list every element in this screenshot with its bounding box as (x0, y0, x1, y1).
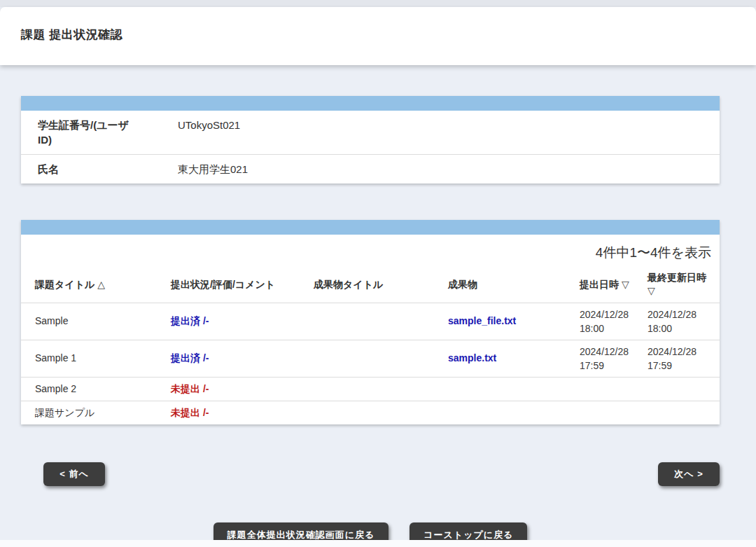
student-name-row: 氏名 東大用学生021 (21, 154, 720, 184)
status-cell: 提出済 /- (171, 314, 314, 328)
col-header-submitted-at[interactable]: 提出日時 ▽ (580, 278, 648, 291)
status-link[interactable]: 未提出 /- (171, 383, 209, 394)
prev-button[interactable]: < 前へ (43, 462, 105, 486)
sort-desc-icon[interactable]: ▽ (622, 279, 629, 290)
accent-bar (21, 220, 720, 235)
student-name-label: 氏名 (21, 155, 178, 184)
updated-at-cell: 2024/12/28 18:00 (648, 307, 713, 336)
submissions-card: 4件中1〜4件を表示 課題タイトル △ 提出状況/評価/コメント 成果物タイトル… (21, 220, 720, 424)
pagination: < 前へ 次へ > (21, 462, 720, 486)
status-link[interactable]: 提出済 /- (171, 315, 209, 326)
status-cell: 未提出 /- (171, 382, 314, 396)
submitted-at-cell: 2024/12/28 18:00 (580, 307, 648, 336)
status-link[interactable]: 提出済 /- (171, 352, 209, 363)
status-cell: 未提出 /- (171, 406, 314, 420)
status-link[interactable]: 未提出 /- (171, 407, 209, 418)
student-id-label: 学生証番号/(ユーザID) (21, 111, 178, 154)
student-id-row: 学生証番号/(ユーザID) UTokyoSt021 (21, 111, 720, 154)
result-count: 4件中1〜4件を表示 (21, 235, 720, 266)
artifact-file-link[interactable]: sample_file.txt (448, 315, 516, 326)
submission-row: Sample 提出済 /- sample_file.txt 2024/12/28… (21, 303, 720, 340)
submissions-table-header: 課題タイトル △ 提出状況/評価/コメント 成果物タイトル 成果物 提出日時 ▽… (21, 266, 720, 303)
page-header: 課題 提出状況確認 (0, 7, 756, 65)
assignment-title-cell: 課題サンプル (35, 406, 171, 420)
assignment-title-cell: Sample 2 (35, 382, 171, 396)
page-title: 課題 提出状況確認 (0, 7, 756, 43)
window-top-edge (0, 0, 756, 7)
artifact-cell: sample_file.txt (448, 314, 580, 328)
student-info-card: 学生証番号/(ユーザID) UTokyoSt021 氏名 東大用学生021 (21, 96, 720, 184)
col-header-artifact: 成果物 (448, 278, 580, 291)
submission-row: Sample 2 未提出 /- (21, 377, 720, 401)
artifact-cell: sample.txt (448, 352, 580, 366)
next-button[interactable]: 次へ > (658, 462, 720, 486)
status-cell: 提出済 /- (171, 352, 314, 366)
assignment-title-cell: Sample (35, 314, 171, 328)
col-header-status: 提出状況/評価/コメント (171, 278, 314, 291)
artifact-file-link[interactable]: sample.txt (448, 352, 496, 363)
sort-desc-icon[interactable]: ▽ (648, 285, 655, 296)
sort-asc-icon[interactable]: △ (97, 279, 105, 290)
col-header-updated-at[interactable]: 最終更新日時 ▽ (648, 271, 713, 298)
col-header-assignment-title[interactable]: 課題タイトル △ (35, 278, 171, 291)
assignment-title-cell: Sample 1 (35, 352, 171, 366)
student-name-value: 東大用学生021 (178, 155, 720, 184)
submitted-at-cell: 2024/12/28 17:59 (580, 345, 648, 373)
student-id-value: UTokyoSt021 (178, 111, 720, 154)
submission-row: Sample 1 提出済 /- sample.txt 2024/12/28 17… (21, 340, 720, 377)
main-content: 学生証番号/(ユーザID) UTokyoSt021 氏名 東大用学生021 4件… (21, 96, 720, 547)
col-header-artifact-title: 成果物タイトル (314, 278, 448, 291)
updated-at-cell: 2024/12/28 17:59 (648, 345, 713, 373)
accent-bar (21, 96, 720, 111)
submission-row: 課題サンプル 未提出 /- (21, 401, 720, 424)
window-bottom-edge (0, 540, 756, 547)
